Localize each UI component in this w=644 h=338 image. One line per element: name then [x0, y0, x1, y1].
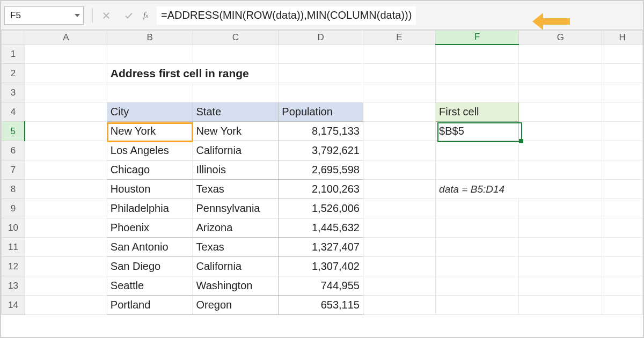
cell[interactable]	[519, 122, 602, 141]
cell[interactable]	[363, 160, 435, 180]
col-header[interactable]: D	[279, 31, 363, 45]
cell[interactable]	[602, 102, 643, 122]
data-cell[interactable]: 1,526,006	[279, 199, 363, 218]
row-header[interactable]: 14	[2, 296, 25, 315]
cell[interactable]	[436, 64, 519, 83]
cell[interactable]	[25, 160, 107, 180]
data-cell[interactable]: Houston	[107, 180, 193, 199]
cell[interactable]	[519, 64, 602, 83]
cell[interactable]	[602, 160, 643, 180]
cell[interactable]	[436, 45, 519, 64]
cell[interactable]	[436, 296, 519, 315]
row-header[interactable]: 10	[2, 218, 25, 238]
data-cell[interactable]: 744,955	[279, 276, 363, 296]
cancel-icon[interactable]	[97, 6, 115, 25]
cell[interactable]	[436, 83, 519, 102]
col-header[interactable]: G	[519, 31, 602, 45]
data-cell[interactable]: Pennsylvania	[193, 199, 279, 218]
cell[interactable]	[436, 141, 519, 160]
data-cell[interactable]: 2,100,263	[279, 180, 363, 199]
cell[interactable]	[602, 218, 643, 238]
spreadsheet-grid[interactable]: A B C D E F G H 1 2 Address first cell i…	[1, 30, 643, 337]
cell[interactable]	[279, 45, 363, 64]
cell[interactable]	[436, 218, 519, 238]
cell[interactable]	[436, 160, 519, 180]
data-cell[interactable]: Arizona	[193, 218, 279, 238]
row-header[interactable]: 6	[2, 141, 25, 160]
data-cell[interactable]: California	[193, 257, 279, 276]
select-all-corner[interactable]	[2, 31, 25, 45]
cell[interactable]	[25, 141, 107, 160]
name-box[interactable]: F5	[4, 6, 84, 25]
data-cell[interactable]: Texas	[193, 180, 279, 199]
data-cell[interactable]: Los Angeles	[107, 141, 193, 160]
cell[interactable]	[519, 45, 602, 64]
cell[interactable]	[25, 45, 107, 64]
col-header[interactable]: H	[602, 31, 643, 45]
result-value-cell[interactable]: $B$5	[436, 122, 519, 141]
cell[interactable]	[363, 218, 435, 238]
cell[interactable]	[363, 83, 435, 102]
row-header[interactable]: 9	[2, 199, 25, 218]
cell[interactable]	[25, 122, 107, 141]
cell[interactable]	[363, 257, 435, 276]
data-cell[interactable]: Seattle	[107, 276, 193, 296]
row-header[interactable]: 2	[2, 64, 25, 83]
cell[interactable]	[363, 122, 435, 141]
data-cell[interactable]: Texas	[193, 238, 279, 257]
data-cell[interactable]: New York	[107, 122, 193, 141]
cell[interactable]	[602, 257, 643, 276]
cell[interactable]	[363, 276, 435, 296]
cell[interactable]	[193, 45, 279, 64]
data-cell[interactable]: New York	[193, 122, 279, 141]
cell[interactable]	[193, 83, 279, 102]
note-cell[interactable]: data = B5:D14	[436, 180, 602, 199]
cell[interactable]	[25, 218, 107, 238]
data-cell[interactable]: 3,792,621	[279, 141, 363, 160]
col-header-active[interactable]: F	[436, 31, 519, 45]
data-cell[interactable]: Philadelphia	[107, 199, 193, 218]
cell[interactable]	[519, 160, 602, 180]
cell[interactable]	[519, 257, 602, 276]
row-header-active[interactable]: 5	[2, 122, 25, 141]
cell[interactable]	[107, 83, 193, 102]
cell[interactable]	[602, 122, 643, 141]
col-header[interactable]: A	[25, 31, 107, 45]
data-cell[interactable]: 8,175,133	[279, 122, 363, 141]
cell[interactable]	[602, 276, 643, 296]
cell[interactable]	[25, 199, 107, 218]
fx-icon[interactable]: fx	[143, 11, 148, 20]
table-header-city[interactable]: City	[107, 102, 193, 122]
cell[interactable]	[363, 296, 435, 315]
cell[interactable]	[25, 180, 107, 199]
row-header[interactable]: 3	[2, 83, 25, 102]
data-cell[interactable]: 1,327,407	[279, 238, 363, 257]
row-header[interactable]: 13	[2, 276, 25, 296]
cell[interactable]	[602, 296, 643, 315]
col-header[interactable]: B	[107, 31, 193, 45]
cell[interactable]	[519, 238, 602, 257]
cell[interactable]	[602, 64, 643, 83]
cell[interactable]	[436, 199, 519, 218]
cell[interactable]	[279, 64, 363, 83]
title-cell[interactable]: Address first cell in range	[107, 64, 279, 83]
row-header[interactable]: 4	[2, 102, 25, 122]
cell[interactable]	[363, 199, 435, 218]
formula-input[interactable]: =ADDRESS(MIN(ROW(data)),MIN(COLUMN(data)…	[157, 6, 416, 25]
cell[interactable]	[436, 257, 519, 276]
cell[interactable]	[279, 83, 363, 102]
cell[interactable]	[602, 180, 643, 199]
row-header[interactable]: 7	[2, 160, 25, 180]
cell[interactable]	[519, 83, 602, 102]
cell[interactable]	[602, 45, 643, 64]
cell[interactable]	[519, 102, 602, 122]
data-cell[interactable]: 1,445,632	[279, 218, 363, 238]
table-header-state[interactable]: State	[193, 102, 279, 122]
row-header[interactable]: 8	[2, 180, 25, 199]
cell[interactable]	[25, 257, 107, 276]
cell[interactable]	[25, 296, 107, 315]
col-header[interactable]: E	[363, 31, 435, 45]
cell[interactable]	[25, 83, 107, 102]
result-header-cell[interactable]: First cell	[436, 102, 519, 122]
cell[interactable]	[25, 238, 107, 257]
